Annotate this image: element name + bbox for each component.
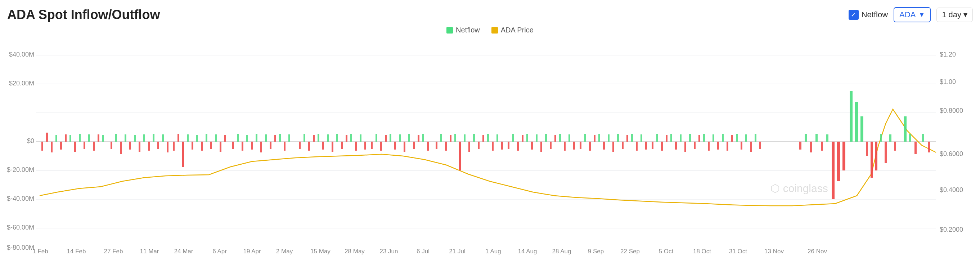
svg-rect-148 — [666, 135, 668, 142]
legend-netflow-label: Netflow — [456, 26, 480, 34]
svg-text:19 Apr: 19 Apr — [243, 248, 261, 255]
svg-text:1 Aug: 1 Aug — [485, 248, 501, 255]
svg-rect-168 — [759, 142, 761, 149]
svg-rect-60 — [237, 134, 239, 142]
svg-rect-119 — [527, 134, 528, 142]
svg-rect-63 — [251, 142, 253, 150]
svg-rect-175 — [832, 142, 835, 199]
svg-rect-159 — [717, 142, 719, 150]
svg-text:6 Apr: 6 Apr — [212, 248, 227, 255]
svg-rect-97 — [418, 135, 420, 142]
svg-rect-29 — [84, 142, 85, 149]
svg-rect-178 — [850, 91, 853, 142]
svg-rect-146 — [656, 134, 658, 142]
chart-container: ADA Spot Inflow/Outflow ✓ Netflow ADA ▼ … — [0, 0, 980, 280]
svg-rect-50 — [187, 134, 189, 142]
svg-rect-83 — [350, 134, 352, 142]
svg-rect-88 — [375, 134, 377, 142]
svg-text:22 Sep: 22 Sep — [620, 248, 640, 255]
svg-rect-164 — [741, 142, 742, 150]
day-value: 1 day — [942, 10, 961, 19]
svg-rect-122 — [540, 142, 542, 152]
svg-rect-79 — [332, 142, 333, 152]
svg-rect-30 — [88, 134, 90, 142]
svg-rect-117 — [517, 142, 519, 150]
svg-rect-76 — [318, 134, 319, 142]
checkbox-checked-icon[interactable]: ✓ — [849, 10, 859, 20]
svg-text:$1.00: $1.00 — [940, 78, 956, 85]
svg-text:$40.00M: $40.00M — [9, 51, 34, 58]
svg-rect-166 — [750, 142, 752, 152]
svg-rect-38 — [129, 142, 131, 150]
svg-rect-162 — [731, 135, 733, 142]
svg-rect-182 — [870, 142, 873, 178]
svg-rect-101 — [440, 134, 442, 142]
svg-rect-31 — [93, 142, 95, 150]
netflow-checkbox[interactable]: ✓ Netflow — [849, 10, 888, 20]
svg-rect-150 — [675, 142, 677, 150]
svg-rect-77 — [322, 142, 324, 150]
svg-rect-133 — [594, 135, 595, 142]
netflow-label: Netflow — [862, 10, 888, 19]
svg-rect-129 — [573, 142, 575, 150]
svg-rect-147 — [661, 142, 663, 150]
svg-text:21 Jul: 21 Jul — [449, 248, 465, 255]
ada-dropdown[interactable]: ADA ▼ — [894, 7, 931, 22]
svg-rect-37 — [124, 134, 126, 142]
svg-rect-67 — [270, 142, 272, 149]
svg-rect-22 — [51, 142, 52, 152]
svg-rect-71 — [288, 134, 290, 142]
svg-rect-121 — [536, 134, 538, 142]
svg-text:26 Nov: 26 Nov — [808, 248, 827, 255]
svg-text:$-40.00M: $-40.00M — [7, 195, 34, 202]
svg-rect-48 — [178, 134, 179, 142]
svg-rect-51 — [191, 142, 193, 150]
svg-rect-100 — [436, 142, 438, 149]
day-selector[interactable]: 1 day ▾ — [936, 8, 973, 22]
svg-rect-170 — [805, 134, 807, 142]
svg-rect-75 — [313, 135, 315, 142]
svg-rect-167 — [755, 134, 756, 142]
svg-rect-46 — [167, 142, 169, 152]
svg-rect-180 — [861, 117, 863, 142]
svg-rect-43 — [153, 134, 154, 142]
svg-rect-144 — [645, 142, 647, 150]
svg-rect-23 — [56, 135, 57, 142]
svg-rect-105 — [459, 142, 461, 170]
chevron-down-icon: ▾ — [963, 10, 967, 19]
svg-text:24 Mar: 24 Mar — [174, 248, 193, 255]
svg-rect-145 — [652, 142, 654, 149]
svg-rect-92 — [394, 142, 396, 150]
svg-rect-183 — [875, 142, 877, 170]
svg-rect-137 — [612, 142, 614, 152]
svg-rect-87 — [371, 142, 372, 149]
svg-rect-152 — [684, 142, 686, 152]
svg-rect-128 — [568, 134, 570, 142]
svg-rect-39 — [134, 135, 136, 142]
svg-text:23 Jun: 23 Jun — [379, 248, 398, 255]
svg-rect-173 — [821, 142, 823, 150]
svg-rect-65 — [260, 142, 262, 152]
svg-rect-95 — [408, 134, 410, 142]
svg-rect-89 — [380, 142, 382, 150]
svg-rect-179 — [855, 102, 858, 142]
svg-rect-36 — [120, 142, 122, 154]
svg-rect-126 — [559, 134, 561, 142]
svg-rect-111 — [487, 134, 489, 142]
legend-color-yellow — [492, 27, 498, 34]
svg-rect-138 — [617, 134, 619, 142]
svg-text:⬡ coinglass: ⬡ coinglass — [770, 182, 828, 194]
svg-rect-58 — [224, 135, 226, 142]
svg-rect-127 — [564, 142, 566, 150]
legend-item-ada-price: ADA Price — [492, 26, 534, 34]
svg-rect-103 — [450, 135, 452, 142]
svg-text:$0.2000: $0.2000 — [940, 226, 963, 233]
svg-rect-35 — [115, 134, 117, 142]
svg-rect-140 — [627, 135, 628, 142]
svg-rect-110 — [482, 135, 484, 142]
svg-rect-190 — [915, 142, 916, 154]
svg-rect-116 — [512, 134, 514, 142]
svg-rect-62 — [246, 135, 248, 142]
svg-rect-84 — [355, 142, 357, 150]
svg-rect-104 — [454, 134, 456, 142]
